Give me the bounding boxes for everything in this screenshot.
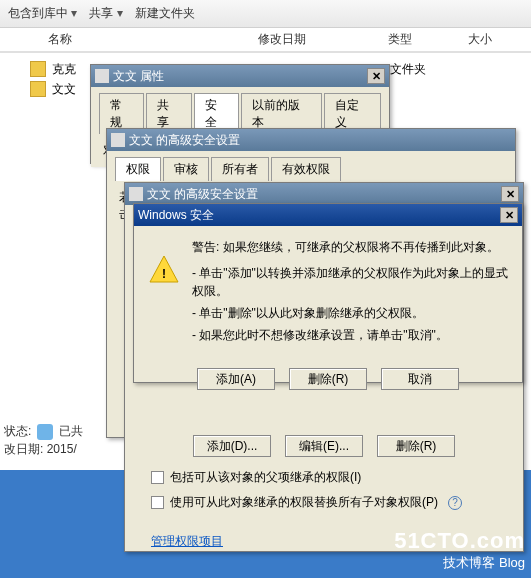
dialog-title: Windows 安全 — [138, 207, 500, 224]
watermark-sub: 技术博客 Blog — [394, 554, 525, 572]
mdate-value: 2015/ — [47, 442, 77, 456]
windows-security-dialog: Windows 安全 ✕ ! 警告: 如果您继续，可继承的父权限将不再传播到此对… — [133, 203, 523, 383]
remove-button[interactable]: 删除(R) — [377, 435, 455, 457]
tab-effective[interactable]: 有效权限 — [271, 157, 341, 181]
tab-owner[interactable]: 所有者 — [211, 157, 269, 181]
cancel-button[interactable]: 取消 — [381, 368, 459, 390]
column-headers: 名称 修改日期 类型 大小 — [0, 28, 531, 52]
watermark-logo: 51CTO.com — [394, 528, 525, 554]
help-icon[interactable]: ? — [448, 496, 462, 510]
status-bar: 状态: 已共 — [4, 423, 83, 440]
warning-icon: ! — [148, 254, 180, 286]
file-type: 文件夹 — [390, 61, 470, 78]
dialog-title: 文文 的高级安全设置 — [147, 186, 501, 203]
checkbox-label: 包括可从该对象的父项继承的权限(I) — [170, 469, 361, 486]
button-row: 添加(A) 删除(R) 取消 — [134, 360, 522, 400]
status-label: 状态: — [4, 423, 31, 440]
checkbox-label: 使用可从此对象继承的权限替换所有子对象权限(P) — [170, 494, 438, 511]
svg-text:!: ! — [162, 267, 166, 281]
titlebar[interactable]: 文文 的高级安全设置 — [107, 129, 515, 151]
dialog-title: 文文 属性 — [113, 68, 367, 85]
dialog-icon — [111, 133, 125, 147]
message-text: 警告: 如果您继续，可继承的父权限将不再传播到此对象。 - 单击"添加"以转换并… — [192, 238, 508, 348]
share-menu[interactable]: 共享 — [89, 5, 122, 22]
dialog-icon — [129, 187, 143, 201]
close-icon[interactable]: ✕ — [367, 68, 385, 84]
bullet-remove: - 单击"删除"以从此对象删除继承的父权限。 — [192, 304, 508, 322]
edit-button[interactable]: 编辑(E)... — [285, 435, 363, 457]
add-button[interactable]: 添加(A) — [197, 368, 275, 390]
add-button[interactable]: 添加(D)... — [193, 435, 271, 457]
tab-audit[interactable]: 审核 — [163, 157, 209, 181]
explorer-toolbar: 包含到库中 共享 新建文件夹 — [0, 0, 531, 28]
titlebar[interactable]: Windows 安全 ✕ — [134, 204, 522, 226]
dialog-icon — [95, 69, 109, 83]
header-size[interactable]: 大小 — [460, 31, 500, 48]
new-folder[interactable]: 新建文件夹 — [135, 5, 195, 22]
manage-permissions-link[interactable]: 管理权限项目 — [151, 533, 223, 550]
bullet-add: - 单击"添加"以转换并添加继承的父权限作为此对象上的显式权限。 — [192, 264, 508, 300]
folder-icon — [30, 61, 46, 77]
close-icon[interactable]: ✕ — [501, 186, 519, 202]
tab-bar: 常规 共享 安全 以前的版本 自定义 — [91, 87, 389, 134]
folder-icon — [30, 81, 46, 97]
watermark: 51CTO.com 技术博客 Blog — [394, 528, 525, 572]
include-in-library[interactable]: 包含到库中 — [8, 5, 77, 22]
checkbox-replace[interactable] — [151, 496, 164, 509]
remove-button[interactable]: 删除(R) — [289, 368, 367, 390]
checkbox-row[interactable]: 使用可从此对象继承的权限替换所有子对象权限(P) ? — [151, 494, 511, 511]
dialog-body: ! 警告: 如果您继续，可继承的父权限将不再传播到此对象。 - 单击"添加"以转… — [134, 226, 522, 360]
status-icon — [37, 424, 53, 440]
modified-date-row: 改日期: 2015/ — [4, 441, 77, 458]
mdate-label: 改日期: — [4, 442, 43, 456]
checkbox-inherit[interactable] — [151, 471, 164, 484]
header-date[interactable]: 修改日期 — [250, 31, 380, 48]
header-name[interactable]: 名称 — [40, 31, 250, 48]
bullet-cancel: - 如果您此时不想修改继承设置，请单击"取消"。 — [192, 326, 508, 344]
close-icon[interactable]: ✕ — [500, 207, 518, 223]
tab-bar: 权限 审核 所有者 有效权限 — [107, 151, 515, 181]
header-type[interactable]: 类型 — [380, 31, 460, 48]
dialog-title: 文文 的高级安全设置 — [129, 132, 511, 149]
titlebar[interactable]: 文文 的高级安全设置 ✕ — [125, 183, 523, 205]
titlebar[interactable]: 文文 属性 ✕ — [91, 65, 389, 87]
checkbox-row[interactable]: 包括可从该对象的父项继承的权限(I) — [151, 469, 511, 486]
status-value: 已共 — [59, 423, 83, 440]
button-row: 添加(D)... 编辑(E)... 删除(R) — [137, 435, 511, 457]
warning-text: 警告: 如果您继续，可继承的父权限将不再传播到此对象。 — [192, 238, 508, 256]
tab-permissions[interactable]: 权限 — [115, 157, 161, 181]
